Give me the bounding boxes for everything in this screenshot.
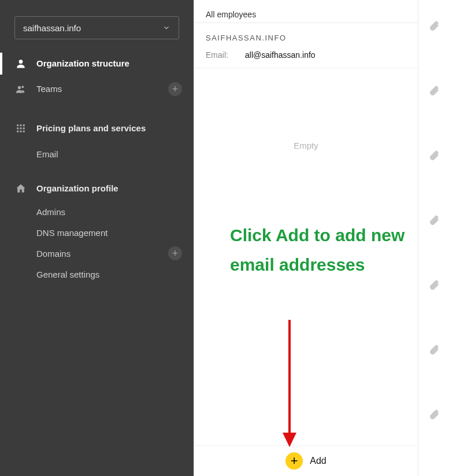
sidebar-nav: Organization structure Teams + Pricing p… [0, 51, 194, 285]
svg-rect-11 [23, 131, 25, 132]
chevron-down-icon [162, 24, 170, 32]
nav-pricing-label: Pricing plans and services [36, 123, 182, 134]
svg-rect-3 [17, 124, 18, 126]
svg-rect-7 [20, 128, 22, 130]
svg-rect-5 [23, 124, 25, 126]
nav-profile-admins-label: Admins [36, 207, 182, 217]
nav-profile-domains[interactable]: Domains + [0, 243, 194, 264]
nav-pricing[interactable]: Pricing plans and services [0, 113, 194, 143]
nav-profile-domains-label: Domains [36, 249, 168, 259]
main-panel: All employees SAIFHASSAN.INFO Email: all… [194, 0, 418, 476]
nav-profile-dns[interactable]: DNS management [0, 222, 194, 243]
svg-point-2 [21, 86, 24, 88]
home-icon [14, 182, 27, 195]
nav-profile-general[interactable]: General settings [0, 264, 194, 285]
svg-rect-10 [20, 131, 22, 132]
org-email-row: Email: all@saifhassan.info [206, 50, 406, 60]
paperclip-icon[interactable] [426, 342, 441, 357]
nav-org-structure-label: Organization structure [36, 58, 182, 69]
tutorial-annotation: Click Add to add new email addresses [230, 220, 418, 279]
paperclip-icon[interactable] [426, 148, 441, 163]
sidebar: saifhassan.info Organization structure T… [0, 0, 194, 476]
nav-profile[interactable]: Organization profile [0, 176, 194, 201]
svg-marker-13 [283, 433, 296, 447]
tab-all-employees[interactable]: All employees [194, 0, 418, 23]
team-icon [14, 83, 27, 95]
svg-rect-6 [17, 128, 18, 130]
nav-profile-general-label: General settings [36, 270, 182, 279]
tutorial-arrow-icon [275, 317, 310, 450]
nav-teams[interactable]: Teams + [0, 76, 194, 102]
employee-list-empty: Empty Click Add to add new email address… [194, 68, 418, 446]
nav-pricing-email[interactable]: Email [0, 143, 194, 164]
paperclip-icon[interactable] [426, 213, 441, 228]
org-email-value: all@saifhassan.info [245, 50, 316, 60]
domain-selector-value: saifhassan.info [23, 23, 81, 33]
paperclip-icon[interactable] [426, 19, 441, 34]
attachment-rail [418, 0, 449, 476]
nav-profile-label: Organization profile [36, 183, 182, 194]
svg-rect-4 [20, 124, 22, 126]
paperclip-icon[interactable] [426, 278, 441, 293]
nav-profile-admins[interactable]: Admins [0, 201, 194, 222]
nav-profile-dns-label: DNS management [36, 228, 182, 238]
org-email-label: Email: [206, 50, 245, 60]
svg-rect-9 [17, 131, 18, 132]
add-button[interactable]: + Add [194, 446, 418, 476]
add-domain-button[interactable]: + [168, 246, 182, 260]
empty-label: Empty [194, 141, 418, 150]
add-button-label: Add [310, 456, 326, 466]
paperclip-icon[interactable] [426, 83, 441, 98]
nav-org-structure[interactable]: Organization structure [0, 51, 194, 76]
person-icon [14, 57, 27, 70]
domain-selector[interactable]: saifhassan.info [14, 16, 179, 39]
grid-icon [14, 122, 27, 135]
paperclip-icon[interactable] [426, 407, 441, 422]
plus-icon: + [285, 452, 303, 470]
org-name: SAIFHASSAN.INFO [206, 34, 406, 42]
svg-point-0 [19, 60, 23, 64]
nav-pricing-email-label: Email [36, 149, 182, 159]
nav-teams-label: Teams [36, 84, 168, 95]
svg-rect-8 [23, 128, 25, 130]
svg-point-1 [18, 86, 21, 89]
add-team-button[interactable]: + [168, 82, 182, 96]
tab-all-employees-label: All employees [206, 10, 256, 19]
org-info-block: SAIFHASSAN.INFO Email: all@saifhassan.in… [194, 23, 418, 68]
